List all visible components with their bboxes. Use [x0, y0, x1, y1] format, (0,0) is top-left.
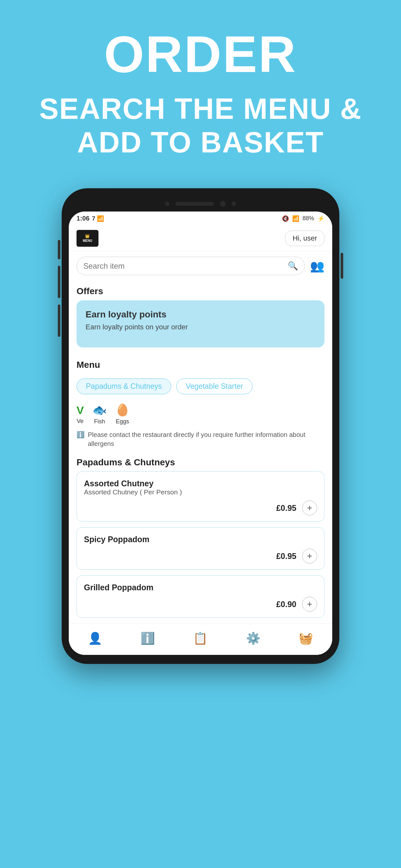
- phone-screen: 1:06 7 📶 🔇 📶 88% ⚡ 👑MENU Hi, us: [69, 212, 332, 655]
- tab-papadums[interactable]: Papadums & Chutneys: [76, 378, 171, 394]
- add-item-2-button[interactable]: +: [302, 597, 317, 612]
- menu-item-0-name: Assorted Chutney Assorted Chutney ( Per …: [84, 479, 182, 496]
- page-subtitle: SEARCH THE MENU & ADD TO BASKET: [19, 92, 382, 159]
- menu-item-2: Grilled Poppadom £0.90 +: [76, 576, 325, 618]
- info-icon: ℹ️: [76, 431, 85, 438]
- status-left: 1:06 7 📶: [76, 215, 104, 222]
- phone-mockup: 1:06 7 📶 🔇 📶 88% ⚡ 👑MENU Hi, us: [62, 188, 339, 664]
- nav-settings[interactable]: ⚙️: [240, 630, 267, 647]
- hi-user-button[interactable]: Hi, user: [285, 230, 325, 246]
- status-bar: 1:06 7 📶 🔇 📶 88% ⚡: [69, 212, 332, 225]
- allergen-row: V Ve 🐟 Fish 🥚 Eggs: [76, 399, 325, 428]
- search-input-wrap: 🔍: [76, 257, 305, 275]
- bottom-nav: 👤 ℹ️ 📋 ⚙️ 🧺: [69, 624, 332, 655]
- add-item-0-button[interactable]: +: [302, 500, 317, 516]
- status-signal: 7 📶: [92, 215, 104, 222]
- status-time: 1:06: [76, 215, 89, 222]
- allergen-fish-label: Fish: [94, 418, 105, 425]
- menu-item-0-header: Assorted Chutney Assorted Chutney ( Per …: [84, 479, 317, 496]
- settings-nav-icon: ⚙️: [246, 631, 260, 645]
- allergen-eggs: 🥚 Eggs: [115, 403, 130, 425]
- search-area: 🔍 👥: [69, 252, 332, 280]
- group-people-icon[interactable]: 👥: [310, 259, 325, 273]
- camera-dot-right: [232, 202, 236, 206]
- allergen-notice-text: Please contact the restaurant directly i…: [88, 430, 325, 448]
- status-right: 🔇 📶 88% ⚡: [282, 215, 325, 222]
- status-battery-icon: ⚡: [317, 215, 325, 222]
- basket-nav-icon: 🧺: [299, 631, 313, 645]
- volume-down-button: [58, 266, 60, 298]
- camera-dot-left: [165, 202, 169, 206]
- page-header: ORDER SEARCH THE MENU & ADD TO BASKET: [0, 0, 401, 169]
- profile-icon: 👤: [88, 631, 102, 645]
- phone-camera-bar: [69, 197, 332, 210]
- status-wifi-icon: 📶: [292, 215, 299, 222]
- nav-info[interactable]: ℹ️: [134, 630, 161, 647]
- content-area: Offers Earn loyalty points Earn loyalty …: [69, 280, 332, 618]
- allergen-fish: 🐟 Fish: [92, 403, 107, 425]
- nav-basket[interactable]: 🧺: [292, 630, 320, 647]
- allergen-notice-row: ℹ️ Please contact the restaurant directl…: [76, 428, 325, 453]
- fish-icon: 🐟: [92, 403, 107, 417]
- category-title: Papadums & Chutneys: [76, 453, 325, 471]
- menu-section: Menu Papadums & Chutneys Vegetable Start…: [76, 354, 325, 618]
- offers-card-title: Earn loyalty points: [86, 309, 315, 320]
- app-logo: 👑MENU: [76, 230, 98, 247]
- page-title: ORDER: [19, 26, 382, 83]
- menu-item-1-footer: £0.95 +: [84, 549, 317, 563]
- tab-vegetable-starter[interactable]: Vegetable Starter: [176, 378, 252, 394]
- phone-outer: 1:06 7 📶 🔇 📶 88% ⚡ 👑MENU Hi, us: [62, 188, 339, 664]
- offers-card-subtitle: Earn loyalty points on your order: [86, 323, 315, 331]
- offers-section-title: Offers: [76, 280, 325, 300]
- menu-nav-icon: 📋: [193, 631, 208, 645]
- menu-section-title: Menu: [76, 354, 325, 374]
- menu-item-2-price: £0.90: [276, 600, 297, 609]
- eggs-icon: 🥚: [115, 403, 130, 417]
- menu-item-0-footer: £0.95 +: [84, 500, 317, 516]
- speaker-bar: [175, 202, 214, 206]
- bixby-button: [58, 305, 60, 337]
- allergen-vegan: V Ve: [76, 404, 84, 425]
- search-input[interactable]: [83, 261, 284, 271]
- info-nav-icon: ℹ️: [141, 631, 155, 645]
- menu-item-0-price: £0.95: [276, 503, 297, 513]
- status-mute-icon: 🔇: [282, 215, 289, 222]
- menu-item-1-price: £0.95: [276, 552, 297, 561]
- status-battery: 88%: [303, 215, 314, 222]
- search-icon[interactable]: 🔍: [288, 261, 298, 271]
- menu-item-1: Spicy Poppadom £0.95 +: [76, 527, 325, 569]
- offers-card: Earn loyalty points Earn loyalty points …: [76, 300, 325, 347]
- camera-front: [220, 201, 226, 207]
- power-button: [341, 253, 343, 279]
- page-wrapper: ORDER SEARCH THE MENU & ADD TO BASKET: [0, 0, 401, 868]
- volume-up-button: [58, 240, 60, 259]
- nav-profile[interactable]: 👤: [81, 630, 109, 647]
- vegan-icon: V: [76, 404, 84, 416]
- nav-menu[interactable]: 📋: [187, 630, 214, 647]
- menu-item-2-footer: £0.90 +: [84, 597, 317, 612]
- menu-item-0: Assorted Chutney Assorted Chutney ( Per …: [76, 471, 325, 522]
- allergen-vegan-label: Ve: [77, 418, 84, 425]
- menu-tabs: Papadums & Chutneys Vegetable Starter: [76, 374, 325, 399]
- allergen-eggs-label: Eggs: [116, 418, 129, 425]
- add-item-1-button[interactable]: +: [302, 549, 317, 563]
- app-header: 👑MENU Hi, user: [69, 225, 332, 252]
